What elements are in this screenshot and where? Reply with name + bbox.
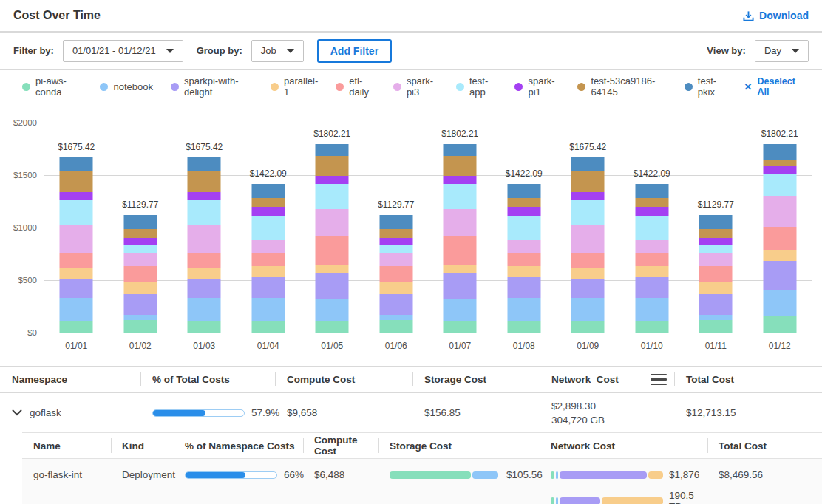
stacked-bar-01/03[interactable] [188,157,221,333]
legend-item-sparkpi-with-delight[interactable]: sparkpi-with-delight [171,75,253,98]
bar-segment-notebook[interactable] [188,298,221,321]
bar-segment-sparkpi-with-delight[interactable] [379,294,412,315]
bar-segment-etl-daily[interactable] [763,227,796,250]
bar-segment-spark-pi3[interactable] [379,253,412,266]
bar-segment-test-53ca9186-64145[interactable] [316,156,349,176]
bar-segment-spark-pi3[interactable] [699,253,733,266]
legend-item-spark-pi3[interactable]: spark-pi3 [393,75,438,98]
bar-segment-sparkpi-with-delight[interactable] [763,261,796,289]
table-row-go-flask-int[interactable]: go-flask-int Deployment 66% $6,488 $105.… [22,459,822,504]
bar-segment-test-53ca9186-64145[interactable] [635,198,668,207]
stacked-bar-01/02[interactable] [123,215,157,333]
stacked-bar-01/06[interactable] [379,215,412,333]
stacked-bar-01/07[interactable] [444,144,477,333]
bar-segment-test-app[interactable] [571,200,605,225]
bar-segment-parallel-1[interactable] [571,268,605,279]
bar-segment-pi-aws-conda[interactable] [123,320,157,333]
bar-segment-spark-pi3[interactable] [444,209,477,236]
bar-segment-spark-pi1[interactable] [444,176,477,184]
legend-item-notebook[interactable]: notebook [100,81,153,92]
bar-segment-test-53ca9186-64145[interactable] [60,171,93,193]
bar-segment-notebook[interactable] [763,290,796,316]
bar-segment-test-53ca9186-64145[interactable] [123,229,157,238]
bar-segment-pi-aws-conda[interactable] [763,316,796,333]
table-row-goflask[interactable]: goflask 57.9% $9,658 $156.85 $2,898.30 3… [0,393,822,432]
bar-segment-notebook[interactable] [571,298,605,321]
bar-segment-test-app[interactable] [60,200,93,225]
bar-segment-test-53ca9186-64145[interactable] [251,198,285,207]
bar-segment-test-app[interactable] [379,245,412,253]
bar-segment-pi-aws-conda[interactable] [251,321,285,333]
bar-segment-parallel-1[interactable] [763,250,796,261]
bar-segment-etl-daily[interactable] [507,253,540,266]
bar-segment-spark-pi3[interactable] [251,240,285,253]
bar-segment-parallel-1[interactable] [507,266,540,277]
bar-segment-spark-pi1[interactable] [316,176,349,184]
bar-segment-test-pkix[interactable] [188,157,221,171]
bar-segment-test-53ca9186-64145[interactable] [379,229,412,238]
stacked-bar-01/12[interactable] [763,144,796,333]
bar-segment-etl-daily[interactable] [123,266,157,282]
bar-segment-notebook[interactable] [251,298,285,320]
view-by-select[interactable]: Day [755,40,809,62]
bar-segment-test-pkix[interactable] [635,184,668,198]
bar-segment-etl-daily[interactable] [635,253,668,266]
bar-segment-spark-pi3[interactable] [571,225,605,253]
bar-segment-test-53ca9186-64145[interactable] [763,160,796,167]
download-button[interactable]: Download [743,10,809,21]
bar-segment-test-pkix[interactable] [571,157,605,171]
legend-item-etl-daily[interactable]: etl-daily [336,75,376,98]
bar-segment-pi-aws-conda[interactable] [316,321,349,333]
bar-segment-test-app[interactable] [188,200,221,225]
bar-segment-test-app[interactable] [444,184,477,209]
bar-segment-sparkpi-with-delight[interactable] [123,294,157,315]
stacked-bar-01/05[interactable] [316,144,349,333]
bar-segment-test-app[interactable] [699,245,733,253]
bar-segment-spark-pi1[interactable] [571,192,605,200]
bar-segment-parallel-1[interactable] [316,265,349,273]
bar-segment-sparkpi-with-delight[interactable] [316,273,349,299]
bar-segment-etl-daily[interactable] [251,253,285,266]
bar-segment-notebook[interactable] [635,298,668,320]
bar-segment-spark-pi1[interactable] [60,192,93,200]
bar-segment-sparkpi-with-delight[interactable] [188,279,221,298]
stacked-bar-01/10[interactable] [635,184,668,333]
bar-segment-test-pkix[interactable] [60,157,93,171]
namespace-cell[interactable]: goflask [0,407,140,418]
bar-segment-parallel-1[interactable] [699,282,733,294]
stacked-bar-01/09[interactable] [571,157,605,333]
bar-segment-pi-aws-conda[interactable] [507,321,540,333]
bar-segment-test-53ca9186-64145[interactable] [444,156,477,176]
bar-segment-etl-daily[interactable] [571,253,605,268]
chevron-down-icon[interactable] [12,409,22,416]
bar-segment-parallel-1[interactable] [444,265,477,273]
bar-segment-sparkpi-with-delight[interactable] [444,273,477,299]
legend-item-test-pkix[interactable]: test-pkix [685,75,727,98]
bar-segment-test-53ca9186-64145[interactable] [699,229,733,238]
bar-segment-notebook[interactable] [507,298,540,320]
bar-segment-pi-aws-conda[interactable] [379,320,412,333]
legend-item-test-app[interactable]: test-app [456,75,497,98]
bar-segment-pi-aws-conda[interactable] [60,321,93,333]
bar-segment-spark-pi3[interactable] [635,240,668,253]
stacked-bar-01/04[interactable] [251,184,285,333]
bar-segment-pi-aws-conda[interactable] [571,321,605,333]
bar-segment-test-app[interactable] [251,216,285,241]
stacked-bar-01/01[interactable] [60,157,93,333]
bar-segment-spark-pi1[interactable] [251,207,285,216]
bar-segment-etl-daily[interactable] [188,253,221,268]
bar-segment-sparkpi-with-delight[interactable] [635,277,668,298]
bar-segment-sparkpi-with-delight[interactable] [699,294,733,315]
bar-segment-spark-pi3[interactable] [763,196,796,227]
bar-segment-pi-aws-conda[interactable] [188,321,221,333]
date-range-select[interactable]: 01/01/21 - 01/12/21 [63,40,183,62]
bar-segment-sparkpi-with-delight[interactable] [571,279,605,298]
bar-segment-etl-daily[interactable] [316,236,349,265]
bar-segment-test-app[interactable] [635,216,668,241]
bar-segment-test-pkix[interactable] [316,144,349,155]
group-by-select[interactable]: Job [251,40,304,62]
bar-segment-test-app[interactable] [507,216,540,241]
bar-segment-test-pkix[interactable] [699,215,733,229]
bar-segment-parallel-1[interactable] [60,268,93,279]
bar-segment-test-53ca9186-64145[interactable] [507,198,540,207]
